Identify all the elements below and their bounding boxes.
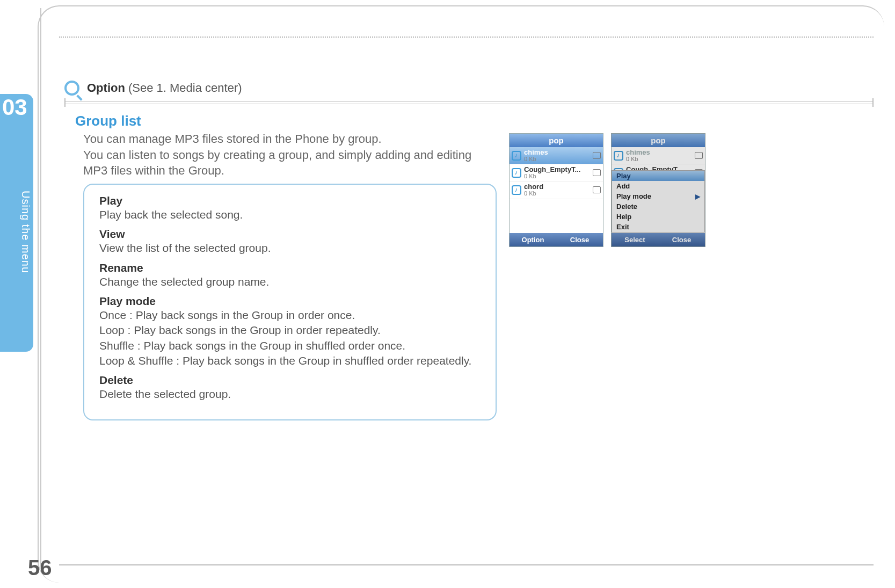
context-menu-label: Play mode [616, 192, 651, 200]
bottom-rule [59, 564, 874, 565]
chapter-number: 03 [2, 95, 27, 120]
definition-desc: View the list of the selected group. [99, 241, 483, 256]
section-title: Group list [75, 113, 141, 129]
memory-card-icon [695, 152, 703, 159]
definition-item: DeleteDelete the selected group. [99, 374, 483, 402]
list-item[interactable]: Cough_EmptyT...0 Kb [510, 164, 603, 182]
section-intro: You can manage MP3 files stored in the P… [83, 131, 497, 179]
definition-term: Play [99, 194, 483, 207]
definition-term: Play mode [99, 295, 483, 308]
phone-screenshots: pop chimes0 KbCough_EmptyT...0 Kbchord0 … [509, 133, 705, 247]
file-name: chimes [626, 149, 695, 156]
context-menu-label: Delete [616, 202, 637, 210]
phone-screen-left: pop chimes0 KbCough_EmptyT...0 Kbchord0 … [509, 133, 603, 247]
file-size: 0 Kb [524, 173, 593, 180]
definition-desc: Play back the selected song. [99, 207, 483, 222]
chapter-label: Using the menu [19, 191, 32, 273]
phone-softkeys: Select Close [612, 233, 705, 246]
list-item-text: chimes0 Kb [524, 149, 593, 162]
option-rule [64, 101, 874, 104]
file-size: 0 Kb [524, 191, 593, 197]
option-header-text: Option (See 1. Media center) [87, 81, 242, 95]
music-file-icon [512, 151, 521, 161]
music-file-icon [512, 168, 521, 178]
phone-softkeys: Option Close [510, 233, 603, 246]
context-menu-label: Help [616, 213, 631, 221]
memory-card-icon [593, 186, 601, 193]
file-name: Cough_EmptyT... [524, 166, 593, 173]
context-menu-label: Exit [616, 223, 629, 231]
list-item[interactable]: chimes0 Kb [510, 147, 603, 164]
definition-term: View [99, 228, 483, 241]
softkey-left[interactable]: Option [510, 233, 556, 246]
page-number: 56 [28, 556, 52, 580]
phone-title: pop [510, 134, 603, 147]
phone-screen-right: pop chimes0 KbCough_EmptyT...0 Kb PlayAd… [611, 133, 705, 247]
context-menu-item[interactable]: Play mode▶ [612, 191, 704, 201]
file-name: chord [524, 183, 593, 191]
list-item-text: chord0 Kb [524, 183, 593, 197]
file-size: 0 Kb [626, 156, 695, 163]
list-item-text: Cough_EmptyT...0 Kb [524, 166, 593, 179]
definition-desc: Delete the selected group. [99, 387, 483, 402]
context-menu-item[interactable]: Play [612, 171, 704, 181]
context-menu-label: Play [616, 172, 631, 180]
option-bold: Option [87, 81, 125, 95]
memory-card-icon [593, 152, 601, 159]
list-item[interactable]: chord0 Kb [510, 182, 603, 199]
definition-desc: Once : Play back songs in the Group in o… [99, 308, 483, 368]
file-name: chimes [524, 149, 593, 156]
context-menu-item[interactable]: Exit [612, 222, 704, 232]
definition-term: Delete [99, 374, 483, 387]
softkey-left[interactable]: Select [612, 233, 658, 246]
definition-term: Rename [99, 262, 483, 274]
phone-list: chimes0 KbCough_EmptyT...0 Kbchord0 Kb [510, 147, 603, 233]
softkey-right[interactable]: Close [658, 233, 705, 246]
vertical-rule [40, 8, 41, 567]
dotted-rule [59, 37, 874, 38]
chevron-right-icon: ▶ [695, 193, 700, 200]
definition-desc: Change the selected group name. [99, 274, 483, 289]
context-menu: PlayAddPlay mode▶DeleteHelpExit [612, 170, 705, 233]
memory-card-icon [593, 169, 601, 176]
definition-item: ViewView the list of the selected group. [99, 228, 483, 256]
context-menu-item[interactable]: Delete [612, 201, 704, 212]
definition-item: RenameChange the selected group name. [99, 262, 483, 289]
option-header-row: Option (See 1. Media center) [64, 81, 874, 96]
option-rest: (See 1. Media center) [125, 81, 242, 95]
softkey-right[interactable]: Close [556, 233, 603, 246]
list-item[interactable]: chimes0 Kb [612, 147, 705, 164]
definition-item: PlayPlay back the selected song. [99, 194, 483, 222]
phone-title: pop [612, 134, 705, 147]
context-menu-label: Add [616, 182, 630, 190]
definitions-box: PlayPlay back the selected song.ViewView… [83, 184, 497, 420]
definition-item: Play modeOnce : Play back songs in the G… [99, 295, 483, 368]
magnifier-icon [64, 81, 79, 96]
music-file-icon [512, 185, 521, 195]
context-menu-item[interactable]: Add [612, 181, 704, 191]
list-item-text: chimes0 Kb [626, 149, 695, 162]
file-size: 0 Kb [524, 156, 593, 163]
context-menu-item[interactable]: Help [612, 212, 704, 222]
music-file-icon [614, 151, 623, 161]
